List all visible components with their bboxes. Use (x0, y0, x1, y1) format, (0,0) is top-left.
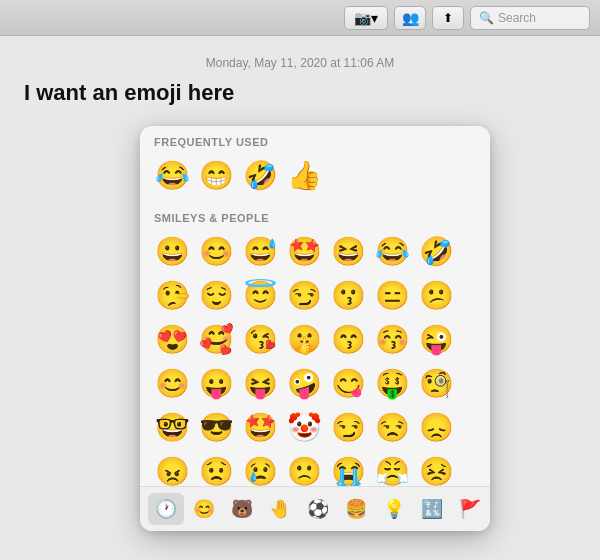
frequently-used-grid: 😂 😁 🤣 👍 (140, 152, 490, 202)
toolbar: 📷▾ 👥 ⬆ 🔍 Search (0, 0, 600, 36)
emoji-item[interactable]: 🤩 (282, 230, 326, 274)
emoji-item[interactable]: 😭 (326, 450, 370, 486)
emoji-item[interactable]: 😣 (414, 450, 458, 486)
smileys-grid: 😀 😊 😅 🤩 😆 😂 🤣 🤥 😌 😇 😏 😗 😑 😕 😍 🥰 😘 🤫 (140, 228, 490, 486)
tab-smileys[interactable]: 😊 (186, 493, 222, 525)
date-display: Monday, May 11, 2020 at 11:06 AM (24, 56, 576, 70)
emoji-item[interactable]: 😌 (194, 274, 238, 318)
emoji-item[interactable]: 🤫 (282, 318, 326, 362)
emoji-item[interactable]: 🤪 (282, 362, 326, 406)
tab-flags[interactable]: 🚩 (452, 493, 488, 525)
emoji-item[interactable]: 😛 (194, 362, 238, 406)
emoji-item[interactable]: 😗 (326, 274, 370, 318)
contacts-icon: 👥 (402, 10, 419, 26)
emoji-item[interactable]: 😟 (194, 450, 238, 486)
share-icon: ⬆ (443, 11, 453, 25)
tab-symbols[interactable]: 🔣 (414, 493, 450, 525)
tab-people[interactable]: 🤚 (262, 493, 298, 525)
emoji-item[interactable]: 😅 (238, 230, 282, 274)
emoji-item[interactable]: 😏 (326, 406, 370, 450)
emoji-item[interactable]: 🧐 (414, 362, 458, 406)
emoji-item[interactable]: 😝 (238, 362, 282, 406)
emoji-item[interactable]: 😊 (194, 230, 238, 274)
emoji-item[interactable]: 😁 (194, 154, 238, 198)
toolbar-icons: 📷▾ 👥 ⬆ 🔍 Search (344, 6, 590, 30)
emoji-item[interactable]: 😜 (414, 318, 458, 362)
emoji-item[interactable]: 😂 (150, 154, 194, 198)
emoji-item[interactable]: 😞 (414, 406, 458, 450)
search-box[interactable]: 🔍 Search (470, 6, 590, 30)
emoji-item[interactable]: 😤 (370, 450, 414, 486)
emoji-item[interactable]: 🤓 (150, 406, 194, 450)
contacts-icon-button[interactable]: 👥 (394, 6, 426, 30)
emoji-item[interactable]: 😙 (326, 318, 370, 362)
share-icon-button[interactable]: ⬆ (432, 6, 464, 30)
emoji-item[interactable]: 😠 (150, 450, 194, 486)
tab-sports[interactable]: ⚽ (300, 493, 336, 525)
emoji-item[interactable]: 😎 (194, 406, 238, 450)
emoji-item[interactable]: 😚 (370, 318, 414, 362)
emoji-tab-bar: 🕐 😊 🐻 🤚 ⚽ 🍔 💡 🔣 🚩 » (140, 486, 490, 531)
emoji-item[interactable]: 🤣 (238, 154, 282, 198)
frequently-used-label: FREQUENTLY USED (140, 126, 490, 152)
tab-animals[interactable]: 🐻 (224, 493, 260, 525)
emoji-item[interactable]: 😆 (326, 230, 370, 274)
emoji-item[interactable]: 🤣 (414, 230, 458, 274)
emoji-item[interactable]: 👍 (282, 154, 326, 198)
emoji-item[interactable]: 🤩 (238, 406, 282, 450)
emoji-picker-body[interactable]: FREQUENTLY USED 😂 😁 🤣 👍 SMILEYS & PEOPLE… (140, 126, 490, 486)
emoji-item[interactable]: 🙁 (282, 450, 326, 486)
smileys-people-label: SMILEYS & PEOPLE (140, 202, 490, 228)
search-icon: 🔍 (479, 11, 494, 25)
emoji-item[interactable]: 😢 (238, 450, 282, 486)
message-text: I want an emoji here (24, 80, 576, 106)
emoji-item[interactable]: 😕 (414, 274, 458, 318)
search-label: Search (498, 11, 536, 25)
emoji-item[interactable]: 😇 (238, 274, 282, 318)
emoji-item[interactable]: 🤑 (370, 362, 414, 406)
content-area: Monday, May 11, 2020 at 11:06 AM I want … (0, 36, 600, 130)
emoji-item[interactable]: 😑 (370, 274, 414, 318)
emoji-item[interactable]: 😘 (238, 318, 282, 362)
tab-recent[interactable]: 🕐 (148, 493, 184, 525)
emoji-item[interactable]: 😍 (150, 318, 194, 362)
tab-objects[interactable]: 💡 (376, 493, 412, 525)
emoji-item[interactable]: 🤡 (282, 406, 326, 450)
photo-icon: 📷▾ (354, 10, 378, 26)
photo-icon-button[interactable]: 📷▾ (344, 6, 388, 30)
emoji-item[interactable]: 😋 (326, 362, 370, 406)
emoji-item[interactable]: 😀 (150, 230, 194, 274)
emoji-item[interactable]: 😊 (150, 362, 194, 406)
emoji-item[interactable]: 😂 (370, 230, 414, 274)
emoji-item[interactable]: 🤥 (150, 274, 194, 318)
emoji-item[interactable]: 😒 (370, 406, 414, 450)
emoji-item[interactable]: 😏 (282, 274, 326, 318)
tab-food[interactable]: 🍔 (338, 493, 374, 525)
emoji-item[interactable]: 🥰 (194, 318, 238, 362)
emoji-picker: FREQUENTLY USED 😂 😁 🤣 👍 SMILEYS & PEOPLE… (140, 126, 490, 531)
